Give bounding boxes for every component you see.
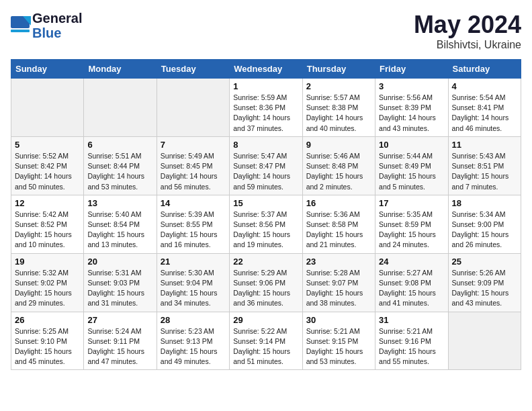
day-cell: 9Sunrise: 5:46 AM Sunset: 8:48 PM Daylig… — [302, 136, 375, 195]
logo: General Blue — [11, 11, 82, 40]
day-cell: 8Sunrise: 5:47 AM Sunset: 8:47 PM Daylig… — [230, 136, 302, 195]
day-cell: 14Sunrise: 5:39 AM Sunset: 8:55 PM Dayli… — [157, 195, 229, 253]
day-number: 18 — [452, 198, 517, 208]
day-detail: Sunrise: 5:36 AM Sunset: 8:58 PM Dayligh… — [306, 210, 371, 250]
day-detail: Sunrise: 5:37 AM Sunset: 8:56 PM Dayligh… — [233, 210, 298, 250]
day-detail: Sunrise: 5:24 AM Sunset: 9:11 PM Dayligh… — [87, 326, 152, 367]
logo-icon — [11, 16, 31, 35]
day-number: 6 — [87, 140, 152, 150]
calendar-table: SundayMondayTuesdayWednesdayThursdayFrid… — [11, 59, 521, 370]
day-cell: 29Sunrise: 5:22 AM Sunset: 9:14 PM Dayli… — [230, 312, 302, 370]
day-cell: 12Sunrise: 5:42 AM Sunset: 8:52 PM Dayli… — [11, 195, 84, 253]
day-cell — [157, 79, 229, 137]
day-number: 5 — [15, 140, 80, 150]
weekday-header-wednesday: Wednesday — [230, 60, 302, 79]
day-number: 11 — [452, 140, 517, 150]
day-detail: Sunrise: 5:57 AM Sunset: 8:38 PM Dayligh… — [306, 93, 371, 134]
day-cell: 2Sunrise: 5:57 AM Sunset: 8:38 PM Daylig… — [302, 79, 375, 137]
day-number: 17 — [379, 198, 444, 208]
day-detail: Sunrise: 5:34 AM Sunset: 9:00 PM Dayligh… — [452, 210, 517, 250]
day-cell: 28Sunrise: 5:23 AM Sunset: 9:13 PM Dayli… — [157, 312, 229, 370]
day-detail: Sunrise: 5:21 AM Sunset: 9:16 PM Dayligh… — [379, 326, 444, 367]
week-row-3: 19Sunrise: 5:32 AM Sunset: 9:02 PM Dayli… — [11, 253, 521, 312]
day-detail: Sunrise: 5:52 AM Sunset: 8:42 PM Dayligh… — [15, 151, 80, 192]
page-header: General Blue May 2024 Bilshivtsi, Ukrain… — [11, 11, 521, 51]
day-detail: Sunrise: 5:39 AM Sunset: 8:55 PM Dayligh… — [161, 210, 226, 250]
day-number: 9 — [306, 140, 371, 150]
day-cell: 25Sunrise: 5:26 AM Sunset: 9:09 PM Dayli… — [448, 253, 521, 312]
day-cell: 24Sunrise: 5:27 AM Sunset: 9:08 PM Dayli… — [375, 253, 448, 312]
weekday-header-row: SundayMondayTuesdayWednesdayThursdayFrid… — [11, 60, 521, 79]
day-number: 7 — [161, 140, 226, 150]
day-cell — [448, 312, 521, 370]
day-number: 14 — [161, 198, 226, 208]
day-cell: 13Sunrise: 5:40 AM Sunset: 8:54 PM Dayli… — [84, 195, 157, 253]
day-number: 10 — [379, 140, 444, 150]
day-number: 27 — [87, 315, 152, 325]
day-detail: Sunrise: 5:30 AM Sunset: 9:04 PM Dayligh… — [161, 268, 226, 309]
day-detail: Sunrise: 5:56 AM Sunset: 8:39 PM Dayligh… — [379, 93, 444, 134]
day-number: 24 — [379, 257, 444, 267]
day-detail: Sunrise: 5:46 AM Sunset: 8:48 PM Dayligh… — [306, 151, 371, 192]
day-cell: 15Sunrise: 5:37 AM Sunset: 8:56 PM Dayli… — [230, 195, 302, 253]
day-cell: 10Sunrise: 5:44 AM Sunset: 8:49 PM Dayli… — [375, 136, 448, 195]
svg-rect-2 — [11, 30, 30, 32]
weekday-header-monday: Monday — [84, 60, 157, 79]
day-cell: 3Sunrise: 5:56 AM Sunset: 8:39 PM Daylig… — [375, 79, 448, 137]
day-number: 16 — [306, 198, 371, 208]
day-number: 31 — [379, 315, 444, 325]
day-detail: Sunrise: 5:28 AM Sunset: 9:07 PM Dayligh… — [306, 268, 371, 309]
day-detail: Sunrise: 5:47 AM Sunset: 8:47 PM Dayligh… — [233, 151, 298, 192]
day-detail: Sunrise: 5:42 AM Sunset: 8:52 PM Dayligh… — [15, 210, 80, 250]
day-detail: Sunrise: 5:35 AM Sunset: 8:59 PM Dayligh… — [379, 210, 444, 250]
day-cell: 4Sunrise: 5:54 AM Sunset: 8:41 PM Daylig… — [448, 79, 521, 137]
day-cell: 17Sunrise: 5:35 AM Sunset: 8:59 PM Dayli… — [375, 195, 448, 253]
day-cell: 20Sunrise: 5:31 AM Sunset: 9:03 PM Dayli… — [84, 253, 157, 312]
day-detail: Sunrise: 5:54 AM Sunset: 8:41 PM Dayligh… — [452, 93, 517, 134]
day-number: 8 — [233, 140, 298, 150]
day-cell: 27Sunrise: 5:24 AM Sunset: 9:11 PM Dayli… — [84, 312, 157, 370]
day-detail: Sunrise: 5:26 AM Sunset: 9:09 PM Dayligh… — [452, 268, 517, 309]
day-cell: 1Sunrise: 5:59 AM Sunset: 8:36 PM Daylig… — [230, 79, 302, 137]
day-number: 21 — [161, 257, 226, 267]
day-cell: 23Sunrise: 5:28 AM Sunset: 9:07 PM Dayli… — [302, 253, 375, 312]
day-detail: Sunrise: 5:29 AM Sunset: 9:06 PM Dayligh… — [233, 268, 298, 309]
day-number: 28 — [161, 315, 226, 325]
day-detail: Sunrise: 5:49 AM Sunset: 8:45 PM Dayligh… — [161, 151, 226, 192]
day-cell — [84, 79, 157, 137]
day-number: 12 — [15, 198, 80, 208]
day-number: 1 — [233, 81, 298, 91]
weekday-header-saturday: Saturday — [448, 60, 521, 79]
day-cell: 26Sunrise: 5:25 AM Sunset: 9:10 PM Dayli… — [11, 312, 84, 370]
day-cell: 31Sunrise: 5:21 AM Sunset: 9:16 PM Dayli… — [375, 312, 448, 370]
day-detail: Sunrise: 5:32 AM Sunset: 9:02 PM Dayligh… — [15, 268, 80, 309]
day-number: 23 — [306, 257, 371, 267]
month-title: May 2024 — [414, 11, 521, 39]
day-detail: Sunrise: 5:22 AM Sunset: 9:14 PM Dayligh… — [233, 326, 298, 367]
day-number: 30 — [306, 315, 371, 325]
weekday-header-friday: Friday — [375, 60, 448, 79]
day-number: 3 — [379, 81, 444, 91]
day-number: 13 — [87, 198, 152, 208]
day-detail: Sunrise: 5:27 AM Sunset: 9:08 PM Dayligh… — [379, 268, 444, 309]
day-detail: Sunrise: 5:21 AM Sunset: 9:15 PM Dayligh… — [306, 326, 371, 367]
week-row-2: 12Sunrise: 5:42 AM Sunset: 8:52 PM Dayli… — [11, 195, 521, 253]
day-detail: Sunrise: 5:51 AM Sunset: 8:44 PM Dayligh… — [87, 151, 152, 192]
day-number: 15 — [233, 198, 298, 208]
day-cell: 11Sunrise: 5:43 AM Sunset: 8:51 PM Dayli… — [448, 136, 521, 195]
day-cell: 22Sunrise: 5:29 AM Sunset: 9:06 PM Dayli… — [230, 253, 302, 312]
weekday-header-thursday: Thursday — [302, 60, 375, 79]
day-cell: 16Sunrise: 5:36 AM Sunset: 8:58 PM Dayli… — [302, 195, 375, 253]
day-detail: Sunrise: 5:25 AM Sunset: 9:10 PM Dayligh… — [15, 326, 80, 367]
day-number: 29 — [233, 315, 298, 325]
day-cell: 7Sunrise: 5:49 AM Sunset: 8:45 PM Daylig… — [157, 136, 229, 195]
day-cell: 5Sunrise: 5:52 AM Sunset: 8:42 PM Daylig… — [11, 136, 84, 195]
week-row-4: 26Sunrise: 5:25 AM Sunset: 9:10 PM Dayli… — [11, 312, 521, 370]
day-cell — [11, 79, 84, 137]
day-detail: Sunrise: 5:59 AM Sunset: 8:36 PM Dayligh… — [233, 93, 298, 134]
day-cell: 19Sunrise: 5:32 AM Sunset: 9:02 PM Dayli… — [11, 253, 84, 312]
day-detail: Sunrise: 5:40 AM Sunset: 8:54 PM Dayligh… — [87, 210, 152, 250]
day-number: 2 — [306, 81, 371, 91]
day-number: 25 — [452, 257, 517, 267]
day-cell: 21Sunrise: 5:30 AM Sunset: 9:04 PM Dayli… — [157, 253, 229, 312]
